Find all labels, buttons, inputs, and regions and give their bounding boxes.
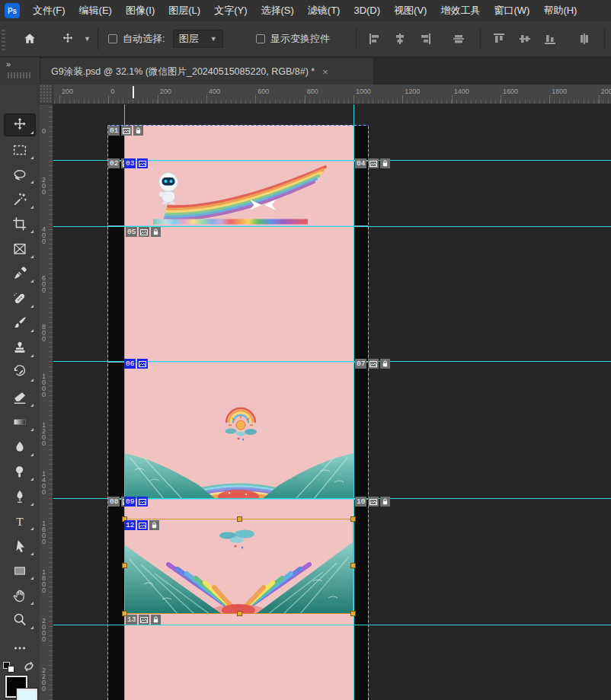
handle-middle-left[interactable]: [122, 563, 127, 568]
align-bottom-edges-icon[interactable]: [542, 30, 558, 47]
v-ruler-label: 2 0 0: [42, 177, 46, 195]
lock-icon: [380, 158, 390, 168]
slice-badge-13[interactable]: 13: [126, 615, 161, 625]
dodge-tool[interactable]: [4, 460, 36, 483]
guide-horizontal[interactable]: [53, 625, 611, 625]
menu-item-10[interactable]: 窗口(W): [487, 0, 536, 21]
align-horizontal-centers-icon[interactable]: [392, 30, 408, 47]
blur-tool[interactable]: [4, 436, 36, 459]
crop-tool[interactable]: [4, 213, 36, 235]
distribute-vertically-icon[interactable]: [576, 30, 593, 47]
slice-badge-12[interactable]: 12: [124, 520, 159, 530]
handle-top-right[interactable]: [350, 516, 356, 522]
background-color-swatch[interactable]: [17, 689, 37, 700]
lasso-tool[interactable]: [4, 163, 36, 186]
menu-item-8[interactable]: 视图(V): [387, 0, 433, 21]
move-tool[interactable]: [4, 113, 36, 136]
brush-tool[interactable]: [4, 312, 36, 334]
slice-number: 05: [126, 227, 137, 237]
horizontal-ruler[interactable]: 200020040060080010001200140016001800200: [40, 85, 611, 104]
image-thumbnail-icon: [137, 520, 148, 530]
slice-badge-09[interactable]: 09: [124, 497, 148, 507]
menu-items: 文件(F)编辑(E)图像(I)图层(L)文字(Y)选择(S)滤镜(T)3D(D)…: [26, 0, 584, 21]
align-right-edges-icon[interactable]: [417, 30, 433, 47]
document-tab-strip: » G9涂装.psd @ 32.1% (微信图片_20240515085220,…: [0, 57, 611, 85]
auto-select-target-dropdown[interactable]: 图层 ▼: [173, 30, 223, 48]
gradient-tool[interactable]: [4, 411, 36, 433]
slice-badge-01[interactable]: 01: [108, 126, 143, 136]
menu-item-2[interactable]: 图像(I): [119, 0, 162, 21]
divider: [356, 27, 357, 50]
pen-tool[interactable]: [4, 485, 36, 508]
handle-middle-right[interactable]: [350, 563, 356, 568]
flyout-indicator: [30, 577, 34, 580]
zoom-tool[interactable]: [4, 609, 36, 631]
eraser-tool[interactable]: [4, 386, 36, 409]
slice-badge-10[interactable]: 10: [355, 497, 390, 507]
menu-item-7[interactable]: 3D(D): [347, 0, 387, 21]
home-icon[interactable]: [20, 29, 40, 49]
handle-bottom-right[interactable]: [350, 611, 356, 616]
options-grip[interactable]: [2, 27, 5, 50]
document-tab[interactable]: G9涂装.psd @ 32.1% (微信图片_20240515085220, R…: [40, 59, 373, 85]
transform-bounding-box[interactable]: [124, 519, 353, 614]
history-brush-tool[interactable]: [4, 361, 36, 384]
align-top-edges-icon[interactable]: [491, 30, 507, 47]
distribute-horizontally-icon[interactable]: [450, 30, 467, 47]
toolbox-header: »: [0, 57, 40, 85]
align-left-edges-icon[interactable]: [366, 30, 383, 47]
flyout-indicator: [30, 156, 34, 159]
type-tool[interactable]: T: [4, 510, 36, 532]
handle-top-center[interactable]: [237, 516, 242, 522]
menu-item-6[interactable]: 滤镜(T): [301, 0, 347, 21]
expand-panel-icon[interactable]: »: [6, 59, 11, 69]
menu-item-1[interactable]: 编辑(E): [72, 0, 119, 21]
flyout-indicator: [30, 181, 34, 184]
close-tab-icon[interactable]: ×: [322, 66, 328, 78]
toolbox-grip[interactable]: [8, 72, 30, 78]
frame-tool[interactable]: [4, 238, 36, 261]
more-options-tool[interactable]: [4, 637, 36, 660]
rainbow-emblem-illustration: [219, 400, 262, 443]
hand-tool[interactable]: [4, 584, 36, 607]
menu-bar: Ps 文件(F)编辑(E)图像(I)图层(L)文字(Y)选择(S)滤镜(T)3D…: [0, 0, 611, 21]
swap-colors-icon[interactable]: [23, 660, 35, 676]
robot-rainbow-illustration: [124, 161, 353, 225]
vertical-ruler[interactable]: 02 0 04 0 06 0 08 0 01 0 0 01 2 0 01 4 0…: [40, 104, 53, 700]
photoshop-logo-icon[interactable]: Ps: [5, 3, 20, 18]
rectangle-shape-tool[interactable]: [4, 559, 36, 582]
flyout-indicator: [30, 230, 34, 233]
menu-item-11[interactable]: 帮助(H): [536, 0, 584, 21]
menu-item-0[interactable]: 文件(F): [26, 0, 72, 21]
clone-stamp-tool[interactable]: [4, 337, 36, 360]
rectangular-marquee-tool[interactable]: [4, 139, 36, 161]
menu-item-9[interactable]: 增效工具: [433, 0, 487, 21]
v-ruler-label: 1 6 0 0: [42, 520, 46, 545]
chevron-down-icon[interactable]: ▼: [84, 35, 91, 43]
slice-number: 04: [355, 158, 366, 168]
slice-badge-05[interactable]: 05: [126, 227, 161, 237]
menu-item-4[interactable]: 文字(Y): [207, 0, 254, 21]
auto-select-checkbox[interactable]: [108, 34, 117, 43]
path-selection-tool[interactable]: [4, 535, 36, 558]
menu-item-5[interactable]: 选择(S): [254, 0, 300, 21]
slice-badge-07[interactable]: 07: [355, 359, 390, 369]
slice-badge-03[interactable]: 03: [124, 158, 148, 168]
spot-healing-brush-tool[interactable]: [4, 287, 36, 310]
eyedropper-tool[interactable]: [4, 262, 36, 285]
default-colors-icon[interactable]: [3, 662, 15, 673]
menu-item-3[interactable]: 图层(L): [162, 0, 207, 21]
image-thumbnail-icon: [368, 497, 379, 507]
lock-icon: [133, 126, 143, 136]
slice-badge-06[interactable]: 06: [124, 359, 148, 369]
move-tool-preset-icon[interactable]: [58, 29, 78, 49]
canvas-viewport[interactable]: 010203040506070809101213: [53, 104, 611, 700]
slice-badge-04[interactable]: 04: [355, 158, 390, 168]
show-transform-checkbox[interactable]: [256, 34, 265, 43]
handle-bottom-center[interactable]: [237, 611, 242, 616]
magic-wand-tool[interactable]: [4, 188, 36, 211]
h-ruler-label: 400: [209, 88, 220, 95]
align-vertical-centers-icon[interactable]: [517, 30, 533, 47]
h-ruler-label: 600: [258, 88, 269, 95]
ruler-corner[interactable]: [40, 85, 53, 104]
